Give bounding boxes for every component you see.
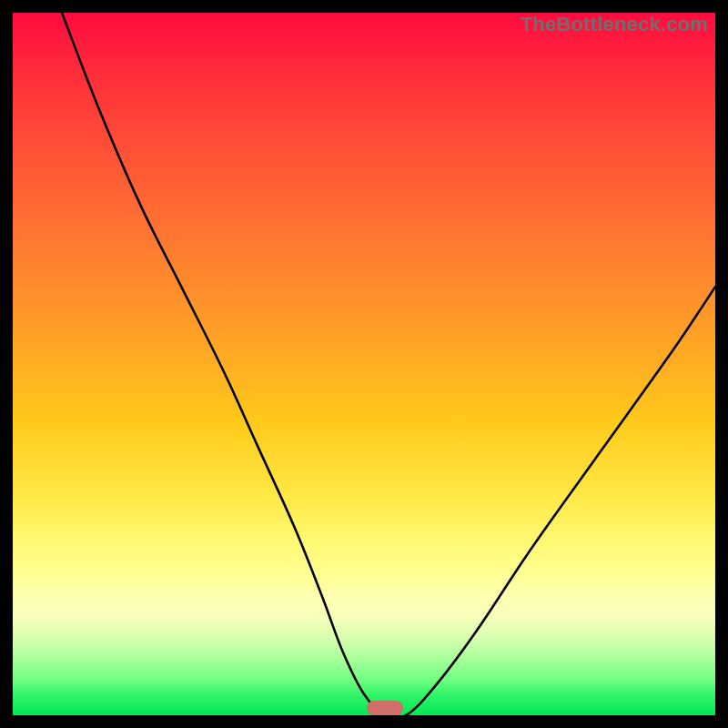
chart-stage: TheBottleneck.com xyxy=(0,0,728,728)
bottleneck-curve xyxy=(13,13,715,715)
optimal-point-marker xyxy=(367,701,403,715)
attribution-label: TheBottleneck.com xyxy=(521,13,708,36)
plot-area: TheBottleneck.com xyxy=(13,13,715,715)
